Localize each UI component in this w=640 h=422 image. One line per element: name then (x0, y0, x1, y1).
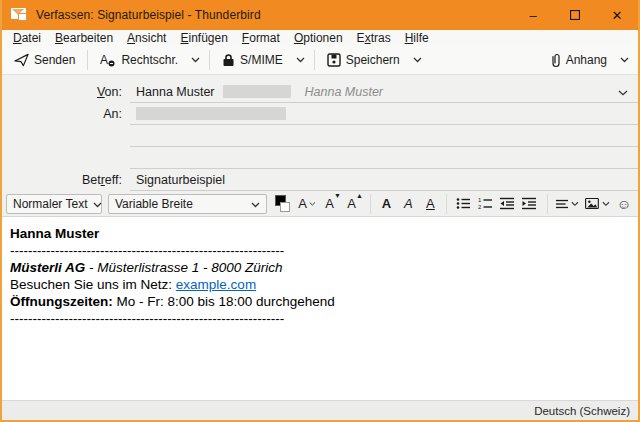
numbered-list-button[interactable]: 1 2 (475, 194, 495, 214)
attach-button[interactable]: Anhang (543, 50, 615, 71)
send-button[interactable]: Senden (6, 50, 83, 70)
background-color-swatch (280, 202, 290, 212)
underline-button[interactable]: A (420, 194, 440, 214)
save-icon (327, 53, 341, 67)
italic-icon: A (404, 196, 413, 211)
signature-name: Hanna Muster (10, 225, 630, 242)
to-label: An: (2, 103, 130, 125)
menu-optionen[interactable]: Optionen (287, 30, 350, 46)
addressing-area: Von: Hanna Muster Hanna Muster An: (2, 75, 638, 191)
menu-hilfe[interactable]: Hilfe (398, 30, 436, 46)
from-display-hint: Hanna Muster (305, 85, 384, 99)
toolbar-separator (87, 50, 88, 70)
chevron-down-icon (191, 57, 200, 63)
underline-icon: A (426, 196, 435, 211)
signature-divider: ----------------------------------------… (10, 310, 630, 327)
chevron-down-icon (296, 57, 305, 63)
align-text-icon (556, 198, 568, 210)
lock-icon (222, 53, 235, 67)
menu-format[interactable]: Format (235, 30, 287, 46)
menu-einfuegen[interactable]: Einfügen (173, 30, 234, 46)
language-indicator[interactable]: Deutsch (Schweiz) (534, 405, 630, 417)
to-email-redacted (136, 107, 286, 120)
smiley-icon: ☺ (617, 196, 631, 212)
from-dropdown[interactable] (618, 85, 628, 99)
from-row: Von: Hanna Muster Hanna Muster (2, 81, 638, 103)
indent-icon (521, 197, 537, 210)
message-body[interactable]: Hanna Muster ---------------------------… (2, 217, 638, 400)
smime-button[interactable]: S/MIME (214, 50, 291, 70)
outdent-icon (499, 197, 515, 210)
chevron-down-icon (618, 90, 628, 96)
insert-smiley-button[interactable]: ☺ (614, 194, 634, 214)
italic-button[interactable]: A (398, 194, 418, 214)
from-email-redacted (223, 85, 291, 98)
from-field[interactable]: Hanna Muster Hanna Muster (130, 81, 638, 103)
bullet-list-button[interactable] (453, 194, 473, 214)
arrow-down-icon: ▼ (334, 192, 341, 199)
image-icon (585, 197, 599, 210)
signature-divider: ----------------------------------------… (10, 242, 630, 259)
font-select[interactable]: Variable Breite (108, 194, 267, 214)
bold-button[interactable]: A (376, 194, 396, 214)
to-field[interactable] (130, 103, 638, 125)
toolbar-separator (209, 50, 210, 70)
signature-link[interactable]: example.com (176, 277, 256, 292)
font-size-picker[interactable]: A (296, 194, 317, 214)
main-toolbar: Senden A Rechtschr. S/MIME (2, 46, 638, 75)
formatbar-separator (547, 194, 548, 214)
chevron-down-icon (602, 201, 610, 207)
recipient-empty-field[interactable] (130, 147, 638, 169)
spellcheck-button[interactable]: A Rechtschr. (92, 50, 186, 70)
maximize-icon (570, 10, 580, 20)
formatting-toolbar: Normaler Text Variable Breite A A▼ A▲ A … (2, 191, 638, 217)
chevron-down-icon (93, 202, 102, 208)
numbered-list-icon: 1 2 (478, 197, 493, 210)
spellcheck-dropdown[interactable] (186, 54, 205, 66)
signature-web-line: Besuchen Sie uns im Netz: example.com (10, 276, 630, 293)
insert-image-button[interactable] (583, 194, 612, 214)
chevron-down-icon (620, 57, 629, 63)
svg-text:A: A (100, 53, 108, 67)
thunderbird-compose-icon (11, 8, 29, 22)
svg-text:2: 2 (478, 204, 482, 210)
menu-bar: Datei Bearbeiten Ansicht Einfügen Format… (2, 30, 638, 46)
menu-extras[interactable]: Extras (350, 30, 398, 46)
decrease-font-size-button[interactable]: A▼ (320, 194, 340, 214)
window-title: Verfassen: Signaturbeispiel - Thunderbir… (36, 8, 261, 22)
save-button[interactable]: Speichern (319, 50, 408, 70)
toolbar-separator (314, 50, 315, 70)
menu-bearbeiten[interactable]: Bearbeiten (48, 30, 120, 46)
paragraph-format-select[interactable]: Normaler Text (6, 194, 102, 214)
outdent-button[interactable] (497, 194, 517, 214)
bullet-list-icon (456, 197, 471, 210)
chevron-down-icon (309, 201, 316, 207)
indent-button[interactable] (519, 194, 539, 214)
menu-ansicht[interactable]: Ansicht (120, 30, 173, 46)
recipient-empty-field[interactable] (130, 125, 638, 147)
maximize-button[interactable] (554, 0, 596, 30)
smime-dropdown[interactable] (291, 54, 310, 66)
spellcheck-icon: A (100, 53, 116, 67)
text-color-picker[interactable] (275, 195, 290, 212)
chevron-down-icon (571, 201, 579, 207)
signature-company-line: Müsterli AG - Müsterlistrasse 1 - 8000 Z… (10, 259, 630, 276)
recipient-empty-row (2, 147, 638, 169)
close-button[interactable]: ✕ (596, 0, 638, 30)
subject-field[interactable]: Signaturbeispiel (130, 169, 638, 191)
alignment-button[interactable] (554, 194, 581, 214)
arrow-up-icon: ▲ (356, 192, 363, 199)
formatbar-separator (446, 194, 447, 214)
title-bar: Verfassen: Signaturbeispiel - Thunderbir… (2, 0, 638, 30)
save-dropdown[interactable] (408, 54, 427, 66)
attach-dropdown[interactable] (615, 54, 634, 66)
svg-text:1: 1 (478, 197, 482, 203)
formatbar-separator (370, 194, 371, 214)
bold-icon: A (382, 196, 391, 211)
increase-font-size-button[interactable]: A▲ (342, 194, 362, 214)
minimize-button[interactable]: – (512, 0, 554, 30)
signature-hours-line: Öffnungszeiten: Mo - Fr: 8:00 bis 18:00 … (10, 293, 630, 310)
subject-value: Signaturbeispiel (136, 173, 225, 187)
chevron-down-icon (251, 202, 260, 208)
menu-datei[interactable]: Datei (6, 30, 48, 46)
